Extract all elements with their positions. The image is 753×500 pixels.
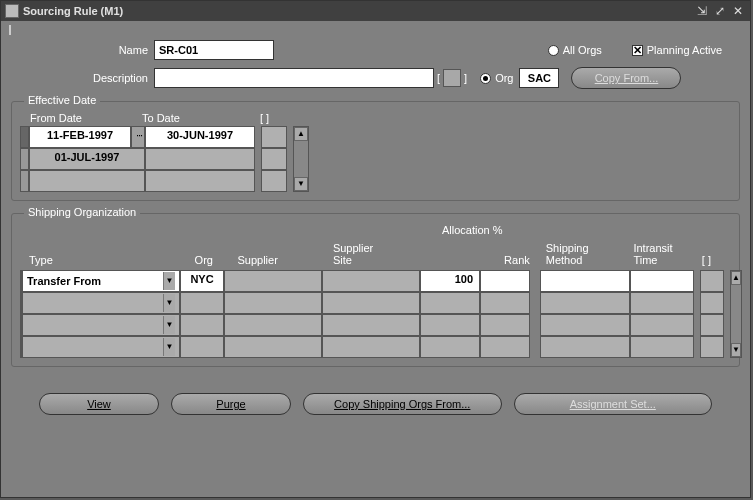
method-cell[interactable] — [540, 314, 630, 336]
type-cell[interactable]: Transfer From▼ — [22, 270, 180, 292]
allocation-group-label: Allocation % — [442, 224, 503, 236]
type-cell[interactable]: ▼ — [22, 336, 180, 358]
app-icon — [5, 4, 19, 18]
ship-flex-cell[interactable] — [700, 336, 724, 358]
type-cell[interactable]: ▼ — [22, 292, 180, 314]
all-orgs-radio[interactable] — [548, 45, 559, 56]
alloc-cell[interactable] — [420, 292, 480, 314]
col-intransit: IntransitTime — [633, 242, 695, 268]
scroll-down-icon[interactable]: ▼ — [294, 177, 308, 191]
planning-active-label: Planning Active — [647, 44, 722, 56]
site-cell[interactable] — [322, 336, 420, 358]
rank-cell[interactable] — [480, 314, 530, 336]
method-cell[interactable] — [540, 270, 630, 292]
description-input[interactable] — [154, 68, 434, 88]
rank-cell[interactable] — [480, 336, 530, 358]
scroll-down-icon[interactable]: ▼ — [731, 343, 741, 357]
scroll-track[interactable] — [731, 285, 741, 343]
bracket-close: ] — [464, 72, 467, 84]
col-method: ShippingMethod — [546, 242, 634, 268]
from-date-cell[interactable]: 11-FEB-1997 — [29, 126, 131, 148]
rank-cell[interactable] — [480, 270, 530, 292]
col-rank: Rank — [487, 254, 536, 268]
alloc-cell[interactable]: 100 — [420, 270, 480, 292]
supplier-cell[interactable] — [224, 336, 322, 358]
intransit-cell[interactable] — [630, 314, 694, 336]
col-org: Org — [195, 254, 238, 268]
ship-flex-cell[interactable] — [700, 270, 724, 292]
site-cell[interactable] — [322, 270, 420, 292]
org-cell[interactable] — [180, 292, 224, 314]
from-date-cell[interactable] — [29, 170, 145, 192]
ship-scrollbar[interactable]: ▲ ▼ — [730, 270, 742, 358]
purge-button[interactable]: Purge — [171, 393, 291, 415]
org-cell[interactable] — [180, 336, 224, 358]
description-label: Description — [9, 72, 154, 84]
alloc-cell[interactable] — [420, 336, 480, 358]
org-cell[interactable]: NYC — [180, 270, 224, 292]
eff-scrollbar[interactable]: ▲ ▼ — [293, 126, 309, 192]
ship-flex-cell[interactable] — [700, 314, 724, 336]
chevron-down-icon[interactable]: ▼ — [163, 294, 175, 312]
planning-active-checkbox[interactable] — [632, 45, 643, 56]
chevron-down-icon[interactable]: ▼ — [163, 272, 175, 290]
form-tab-indicator — [9, 25, 17, 35]
intransit-cell[interactable] — [630, 292, 694, 314]
row-selector[interactable] — [20, 148, 29, 170]
bracket-open: [ — [437, 72, 440, 84]
org-cell[interactable] — [180, 314, 224, 336]
row-selector[interactable] — [20, 126, 29, 148]
maximize-icon[interactable]: ⤢ — [712, 4, 728, 18]
col-bracket: [ ] — [702, 254, 731, 268]
shipping-org-fieldset: Shipping Organization Allocation % Type … — [11, 213, 740, 367]
scroll-up-icon[interactable]: ▲ — [731, 271, 741, 285]
to-date-header: To Date — [142, 112, 254, 124]
effective-date-legend: Effective Date — [24, 94, 100, 106]
supplier-cell[interactable] — [224, 314, 322, 336]
org-input[interactable] — [519, 68, 559, 88]
eff-row-selectors — [20, 126, 29, 192]
eff-flex-cell[interactable] — [261, 170, 287, 192]
desc-flex-box[interactable] — [443, 69, 461, 87]
site-cell[interactable] — [322, 314, 420, 336]
method-cell[interactable] — [540, 336, 630, 358]
site-cell[interactable] — [322, 292, 420, 314]
scroll-up-icon[interactable]: ▲ — [294, 127, 308, 141]
assignment-set-button[interactable]: Assignment Set... — [514, 393, 713, 415]
minimize-icon[interactable]: ⇲ — [694, 4, 710, 18]
name-input[interactable] — [154, 40, 274, 60]
to-date-cell[interactable] — [145, 170, 255, 192]
row-selector[interactable] — [20, 170, 29, 192]
shipping-org-legend: Shipping Organization — [24, 206, 140, 218]
intransit-cell[interactable] — [630, 270, 694, 292]
org-radio[interactable] — [480, 73, 491, 84]
supplier-cell[interactable] — [224, 292, 322, 314]
view-button[interactable]: View — [39, 393, 159, 415]
copy-from-button[interactable]: Copy From... — [571, 67, 681, 89]
from-date-cell[interactable]: 01-JUL-1997 — [29, 148, 145, 170]
eff-flex-cell[interactable] — [261, 148, 287, 170]
type-cell[interactable]: ▼ — [22, 314, 180, 336]
rank-cell[interactable] — [480, 292, 530, 314]
col-supplier: Supplier — [237, 254, 332, 268]
chevron-down-icon[interactable]: ▼ — [163, 316, 175, 334]
name-label: Name — [9, 44, 154, 56]
close-icon[interactable]: ✕ — [730, 4, 746, 18]
window-title: Sourcing Rule (M1) — [23, 5, 694, 17]
col-alloc — [428, 266, 487, 268]
eff-flex-cell[interactable] — [261, 126, 287, 148]
titlebar: Sourcing Rule (M1) ⇲ ⤢ ✕ — [1, 1, 750, 21]
copy-shipping-orgs-button[interactable]: Copy Shipping Orgs From... — [303, 393, 502, 415]
chevron-down-icon[interactable]: ▼ — [163, 338, 175, 356]
eff-bracket-header: [ ] — [260, 112, 290, 124]
scroll-track[interactable] — [294, 141, 308, 177]
to-date-cell[interactable] — [145, 148, 255, 170]
method-cell[interactable] — [540, 292, 630, 314]
to-date-cell[interactable]: 30-JUN-1997 — [145, 126, 255, 148]
intransit-cell[interactable] — [630, 336, 694, 358]
alloc-cell[interactable] — [420, 314, 480, 336]
date-picker-icon[interactable]: ··· — [131, 126, 145, 148]
ship-flex-cell[interactable] — [700, 292, 724, 314]
all-orgs-label: All Orgs — [563, 44, 602, 56]
supplier-cell[interactable] — [224, 270, 322, 292]
